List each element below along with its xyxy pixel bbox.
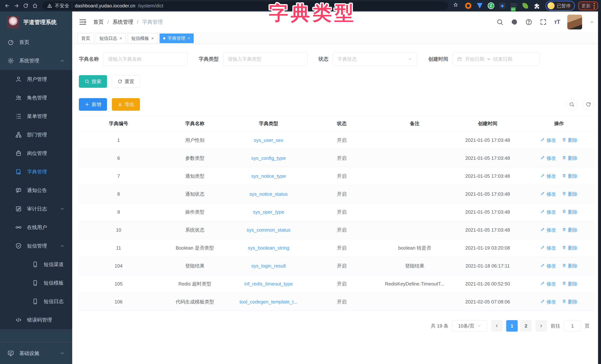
tab-close-icon[interactable]: × bbox=[151, 36, 154, 41]
sidebar-item-code-15[interactable]: 错误码管理 bbox=[0, 311, 72, 329]
help-question-icon[interactable] bbox=[525, 19, 532, 26]
dict-name-input[interactable] bbox=[103, 52, 188, 66]
sidebar-item-users-3[interactable]: 角色管理 bbox=[0, 89, 72, 107]
search-button[interactable]: 搜索 bbox=[79, 75, 107, 88]
edit-row-button[interactable]: 修改 bbox=[541, 209, 556, 215]
sidebar-item-menu-list-4[interactable]: 菜单管理 bbox=[0, 107, 72, 126]
cell-id: 10 bbox=[79, 221, 158, 239]
sidebar-item-phone-12[interactable]: 短信渠道 bbox=[0, 255, 72, 274]
browser-home-button[interactable] bbox=[31, 1, 39, 10]
browser-update-button[interactable]: 更新 bbox=[578, 1, 598, 10]
tab-close-icon[interactable]: × bbox=[188, 36, 190, 41]
extension-pixel-icon[interactable]: ◆ bbox=[499, 2, 506, 9]
browser-scrollbar[interactable] bbox=[598, 11, 601, 364]
font-size-icon[interactable]: тT bbox=[554, 19, 560, 25]
sidebar-item-org-tree-5[interactable]: 部门管理 bbox=[0, 126, 72, 144]
dict-type-link[interactable]: sys_notice_status bbox=[249, 191, 288, 197]
sidebar-item-monitor-16[interactable]: 基础设施 bbox=[0, 342, 72, 364]
bookmark-star-icon[interactable] bbox=[453, 2, 460, 10]
dict-type-link[interactable]: sys_config_type bbox=[251, 155, 286, 161]
extension-leaf-icon[interactable] bbox=[522, 2, 529, 9]
extension-orange-icon[interactable] bbox=[465, 2, 472, 9]
dict-type-link[interactable]: sys_user_sex bbox=[254, 137, 283, 143]
dict-type-link[interactable]: sys_login_result bbox=[251, 263, 286, 269]
page-button-1[interactable]: 1 bbox=[506, 320, 518, 332]
breadcrumb-item-0[interactable]: 首页 bbox=[93, 19, 104, 26]
delete-row-button[interactable]: 删除 bbox=[562, 209, 578, 215]
tab-close-icon[interactable]: × bbox=[120, 36, 122, 41]
sidebar-item-gear-1[interactable]: 系统管理 bbox=[0, 51, 72, 70]
search-icon[interactable] bbox=[496, 19, 503, 26]
extension-tampermonkey-icon[interactable]: on bbox=[510, 2, 517, 9]
delete-row-button[interactable]: 删除 bbox=[562, 155, 578, 162]
delete-row-button[interactable]: 删除 bbox=[562, 137, 578, 143]
edit-row-button[interactable]: 修改 bbox=[541, 245, 556, 251]
sidebar-item-dict-book-7[interactable]: 字典管理 bbox=[0, 162, 72, 181]
dict-type-link[interactable]: tool_codegen_template_t... bbox=[240, 299, 298, 304]
dict-type-link[interactable]: sys_oper_type bbox=[253, 209, 284, 215]
view-tab-0[interactable]: 首页 bbox=[78, 33, 94, 43]
view-tab-3[interactable]: 字典管理× bbox=[160, 33, 194, 43]
dict-type-link[interactable]: inf_redis_timeout_type bbox=[244, 281, 293, 287]
delete-row-button[interactable]: 删除 bbox=[562, 227, 578, 233]
delete-row-button[interactable]: 删除 bbox=[562, 173, 578, 179]
delete-row-button[interactable]: 删除 bbox=[562, 263, 578, 269]
browser-forward-button[interactable] bbox=[12, 1, 21, 10]
not-secure-label[interactable]: 不安全 bbox=[55, 3, 69, 9]
sidebar-item-phone-14[interactable]: 短信日志 bbox=[0, 292, 72, 311]
dict-type-link[interactable]: sys_notice_type bbox=[251, 173, 286, 179]
date-range-picker[interactable]: 开始日期 ~ 结束日期 bbox=[453, 52, 540, 66]
edit-row-button[interactable]: 修改 bbox=[541, 155, 556, 162]
sidebar-item-user-2[interactable]: 用户管理 bbox=[0, 70, 72, 89]
dict-type-link[interactable]: sys_common_status bbox=[247, 227, 290, 233]
browser-profile-pill[interactable]: 已暂停 bbox=[545, 1, 575, 11]
table-refresh-icon[interactable] bbox=[582, 99, 594, 110]
extension-gem-icon[interactable] bbox=[476, 2, 483, 9]
sidebar-item-audit-log-9[interactable]: 审计日志 bbox=[0, 200, 72, 218]
goto-page-input[interactable] bbox=[564, 320, 581, 332]
edit-row-button[interactable]: 修改 bbox=[541, 227, 556, 233]
delete-row-button[interactable]: 删除 bbox=[562, 191, 578, 197]
delete-row-button[interactable]: 删除 bbox=[562, 245, 578, 251]
address-bar[interactable]: 不安全 dashboard.yudao.iocoder.cn/system/di… bbox=[42, 1, 448, 10]
export-button[interactable]: 导出 bbox=[112, 98, 140, 111]
dict-type-link[interactable]: sys_boolean_string bbox=[248, 245, 289, 251]
breadcrumb-item-1[interactable]: 系统管理 bbox=[113, 19, 133, 26]
sidebar-toggle-hamburger-icon[interactable] bbox=[79, 18, 87, 26]
sidebar-logo-row[interactable]: 芋道管理系统 bbox=[0, 11, 72, 33]
status-select[interactable]: 字典状态 bbox=[333, 52, 417, 66]
dict-type-input[interactable] bbox=[223, 52, 307, 66]
page-button-2[interactable]: 2 bbox=[520, 320, 532, 332]
sidebar-item-announcement-8[interactable]: 通知公告 bbox=[0, 181, 72, 200]
table-search-toggle-icon[interactable] bbox=[566, 99, 578, 110]
browser-menu-kebab-icon[interactable] bbox=[594, 3, 595, 9]
avatar-caret-down-icon[interactable] bbox=[590, 20, 594, 24]
reset-button[interactable]: 重置 bbox=[112, 75, 140, 88]
edit-row-button[interactable]: 修改 bbox=[541, 263, 556, 269]
edit-row-button[interactable]: 修改 bbox=[541, 281, 556, 287]
view-tab-1[interactable]: 短信日志× bbox=[96, 33, 126, 43]
sidebar-item-online-user-10[interactable]: 在线用户 bbox=[0, 218, 72, 237]
github-icon[interactable] bbox=[511, 19, 518, 26]
edit-row-button[interactable]: 修改 bbox=[541, 191, 556, 197]
sidebar-item-post-badge-6[interactable]: 岗位管理 bbox=[0, 144, 72, 162]
delete-row-button[interactable]: 删除 bbox=[562, 299, 578, 305]
sidebar-item-dashboard-0[interactable]: 首页 bbox=[0, 33, 72, 51]
edit-row-button[interactable]: 修改 bbox=[541, 137, 556, 143]
browser-back-button[interactable] bbox=[3, 1, 11, 10]
prev-page-button[interactable] bbox=[491, 320, 502, 332]
extension-green-icon[interactable]: Z bbox=[488, 2, 494, 9]
user-avatar[interactable] bbox=[567, 15, 582, 30]
browser-reload-button[interactable] bbox=[21, 1, 30, 10]
sidebar-item-phone-13[interactable]: 短信模板 bbox=[0, 274, 72, 292]
sidebar-item-sms-shield-11[interactable]: 短信管理 bbox=[0, 237, 72, 255]
fullscreen-icon[interactable] bbox=[540, 19, 547, 26]
delete-row-button[interactable]: 删除 bbox=[562, 281, 578, 287]
page-size-select[interactable]: 10条/页 bbox=[452, 320, 487, 332]
next-page-button[interactable] bbox=[535, 320, 547, 332]
extensions-puzzle-icon[interactable] bbox=[533, 2, 540, 9]
add-button[interactable]: 新增 bbox=[79, 98, 107, 111]
edit-row-button[interactable]: 修改 bbox=[541, 173, 556, 179]
view-tab-2[interactable]: 短信模板× bbox=[128, 33, 157, 43]
edit-row-button[interactable]: 修改 bbox=[541, 299, 556, 305]
